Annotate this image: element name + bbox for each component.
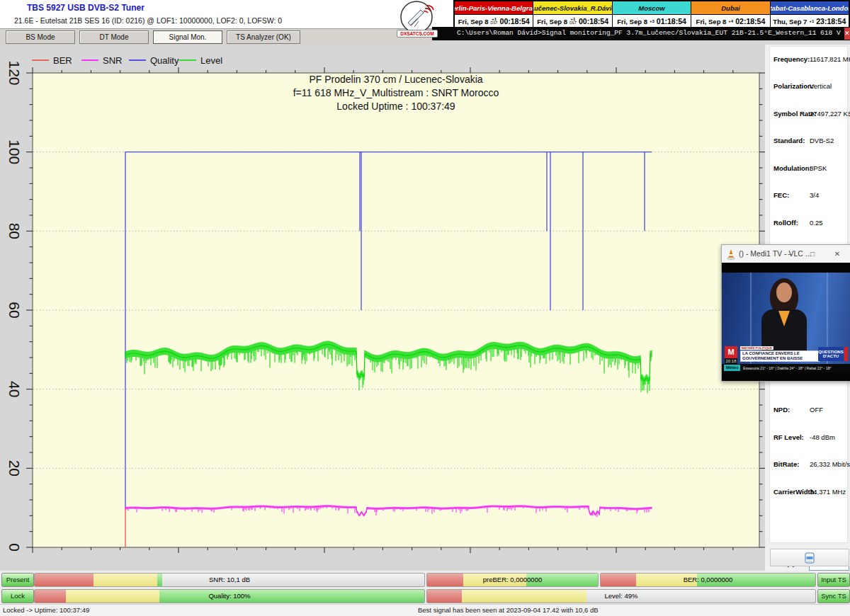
- vlc-window: () - Medi1 TV - VLC ... – □ ✕ M 20:18 MA…: [721, 244, 850, 382]
- param-label: Modulation:: [774, 164, 812, 172]
- ticker-text: Essaouira 21° - 16° | Dakhla 24° - 18° |…: [743, 366, 832, 370]
- svg-text:80: 80: [6, 223, 23, 239]
- input-ts-indicator: Input TS: [817, 573, 850, 587]
- clock-datetime: Fri, Sep 8+1DST00:18:54: [455, 15, 533, 28]
- headline-text: LA CONFIANCE ENVERS LE GOUVERNEMENT EN B…: [740, 350, 820, 362]
- legend-label: SNR: [103, 55, 122, 66]
- close-icon[interactable]: ✕: [844, 28, 850, 40]
- clock-city: Dubai: [691, 1, 769, 15]
- clock-city: Moscow: [613, 1, 691, 15]
- chart-plot: 020406080100120PF Prodelin 370 cm / Luce…: [0, 45, 765, 571]
- param-value: 34,371 MHz: [810, 488, 846, 496]
- param-value: OFF: [810, 406, 823, 413]
- preber-bar: preBER: 0,0000000: [426, 573, 599, 587]
- level-bar: Level: 49%: [426, 589, 816, 603]
- svg-text:0: 0: [6, 543, 23, 552]
- param-value: -48 dBm: [810, 433, 835, 441]
- tab-ts-analyzer-ok-[interactable]: TS Analyzer (OK): [227, 30, 300, 44]
- svg-text:120: 120: [6, 60, 23, 85]
- ts-table-button[interactable]: [770, 549, 849, 566]
- svg-text:20: 20: [6, 460, 23, 477]
- status-lock-uptime: Locked -> Uptime: 100:37:49: [3, 606, 89, 614]
- snr-bar: SNR: 10,1 dB: [34, 573, 425, 587]
- bar-label: Level: 49%: [427, 590, 815, 603]
- param-label: Frequency:: [774, 55, 810, 63]
- clock-datetime: Fri, Sep 8+301:18:54: [613, 15, 691, 28]
- legend-label: BER: [53, 55, 72, 66]
- param-polarization: Polarization:Vertical: [770, 82, 847, 92]
- clock-datetime: Fri, Sep 8+402:18:54: [691, 15, 769, 28]
- param-value: 8PSK: [810, 164, 827, 172]
- vlc-cone-icon: [725, 249, 737, 260]
- param-rolloff: RollOff:0.25: [770, 219, 847, 229]
- param-value: Vertical: [810, 82, 832, 90]
- onscreen-clock: 20:18: [725, 358, 737, 364]
- param-frequency: Frequency:11617,821 MHz: [770, 55, 847, 65]
- ticker-tag: Météo: [724, 365, 740, 371]
- param-label: Polarization:: [774, 82, 814, 90]
- param-value: 3/4: [810, 191, 819, 199]
- param-standard: Standard:DVB-S2: [770, 137, 847, 147]
- bar-label: BER: 0,0000000: [601, 574, 815, 586]
- param-carrierwidth: CarrierWidth:34,371 MHz: [770, 488, 847, 498]
- clock-datetime: Fri, Sep 8+1DST00:18:54: [533, 15, 611, 28]
- param-label: RollOff:: [774, 219, 798, 227]
- legend-swatch: [129, 59, 146, 61]
- param-label: FEC:: [774, 191, 789, 199]
- legend-label: Level: [200, 55, 222, 66]
- svg-text:60: 60: [6, 302, 23, 318]
- bar-label: preBER: 0,0000000: [427, 574, 598, 586]
- svg-text:Locked Uptime : 100:37:49: Locked Uptime : 100:37:49: [336, 101, 455, 112]
- legend-item-ber: BER: [32, 55, 72, 65]
- news-ticker: Météo Essaouira 21° - 16° | Dakhla 24° -…: [722, 364, 850, 372]
- param-fec: FEC:3/4: [770, 191, 847, 201]
- tab-signal-mon-[interactable]: Signal Mon.: [153, 30, 222, 44]
- param-value: 11617,821 MHz: [810, 55, 850, 63]
- tab-bs-mode[interactable]: BS Mode: [6, 30, 75, 44]
- param-value: DVB-S2: [810, 137, 834, 144]
- clock-rabat-casablanca-london: Rabat-Casablanca-LondonThu, Sep 7+123:18…: [771, 1, 849, 30]
- legend-item-level: Level: [179, 55, 222, 65]
- param-npd: NPD:OFF: [770, 406, 847, 416]
- command-prompt-text: C:\Users\Roman Dávid>Signal monitoring_P…: [457, 29, 850, 37]
- param-label: NPD:: [774, 406, 790, 413]
- svg-text:40: 40: [6, 381, 23, 397]
- lower-third-banner: M 20:18 MATINÉE POLITIQUE LA CONFIANCE E…: [722, 346, 850, 364]
- legend-swatch: [81, 59, 98, 61]
- app-title: TBS 5927 USB DVB-S2 Tuner: [27, 3, 144, 13]
- present-indicator: Present: [1, 573, 34, 587]
- legend-item-quality: Quality: [129, 55, 178, 65]
- signal-monitor-chart: 020406080100120PF Prodelin 370 cm / Luce…: [0, 45, 765, 571]
- legend-label: Quality: [150, 55, 178, 66]
- param-label: RF Level:: [774, 433, 804, 441]
- param-bitrate: BitRate:26,332 Mbit/s: [770, 460, 847, 470]
- bar-label: Quality: 100%: [35, 590, 424, 603]
- vlc-titlebar[interactable]: () - Medi1 TV - VLC ... – □ ✕: [722, 245, 850, 263]
- quality-bar: Quality: 100%: [34, 589, 425, 603]
- legend-swatch: [32, 59, 49, 61]
- legend-swatch: [179, 59, 196, 61]
- clock-dubai: DubaiFri, Sep 8+402:18:54: [691, 1, 770, 30]
- svg-text:PF Prodelin 370 cm / Lucenec-S: PF Prodelin 370 cm / Lucenec-Slovakia: [309, 74, 482, 85]
- close-icon[interactable]: ✕: [829, 245, 845, 263]
- param-symbolrate: Symbol Rate:27497,227 KS/s: [770, 110, 847, 120]
- status-best-signal: Best signal has been seen at 2023-09-04 …: [418, 606, 599, 614]
- dxsatcs-logo: DXSATCS.COM: [397, 0, 436, 38]
- bar-label: SNR: 10,1 dB: [35, 574, 424, 586]
- ber-bar: BER: 0,0000000: [600, 573, 816, 587]
- kicker-text: MATINÉE POLITIQUE: [740, 346, 773, 350]
- svg-text:f=11 618 MHz_V_Multistream : S: f=11 618 MHz_V_Multistream : SNRT Morocc…: [293, 87, 499, 98]
- clock-berlin-paris-vienna-belgrade: Berlin-Paris-Vienna-BelgradeFri, Sep 8+1…: [455, 1, 533, 30]
- param-modulation: Modulation:8PSK: [770, 164, 847, 174]
- layers-icon: [805, 552, 815, 564]
- tab-dt-mode[interactable]: DT Mode: [79, 30, 149, 44]
- maximize-icon[interactable]: □: [805, 245, 820, 263]
- program-badge: QUESTIONS D'ACTU: [818, 347, 844, 361]
- minimize-icon[interactable]: –: [782, 245, 798, 263]
- clock-lu-enec-slovakia-r-d-vid: Lučenec-Slovakia_R.DávidFri, Sep 8+1DST0…: [533, 1, 612, 30]
- vlc-title: () - Medi1 TV - VLC ...: [739, 249, 812, 258]
- vlc-video[interactable]: M 20:18 MATINÉE POLITIQUE LA CONFIANCE E…: [722, 263, 850, 381]
- sync-ts-indicator: Sync TS: [817, 589, 850, 603]
- param-value: 0.25: [810, 219, 823, 227]
- presenter-face: [776, 283, 792, 302]
